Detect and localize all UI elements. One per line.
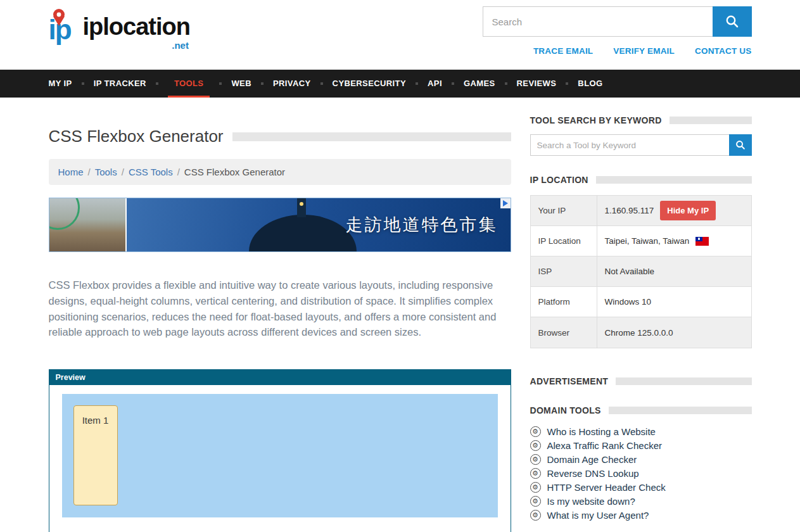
adchoices-icon[interactable]	[500, 198, 511, 208]
list-item-reverse-dns[interactable]: ⚙ Reverse DNS Lookup	[530, 466, 752, 480]
ad-headline: 走訪地道特色市集	[346, 213, 498, 236]
heading-decoration-bar	[596, 176, 752, 184]
nav-item-cybersecurity[interactable]: CYBERSECURITY	[333, 70, 406, 98]
tool-search-input[interactable]	[530, 134, 729, 156]
table-row: Browser Chrome 125.0.0.0	[531, 317, 751, 348]
logo-pin-icon: ip	[49, 8, 82, 47]
list-item-http-header[interactable]: ⚙ HTTP Server Header Check	[530, 480, 752, 494]
hide-my-ip-button[interactable]: Hide My IP	[660, 201, 716, 220]
ad-photo-left	[49, 198, 127, 251]
domain-tool-link[interactable]: What is my User Agent?	[547, 510, 649, 521]
nav-item-privacy[interactable]: PRIVACY	[273, 70, 311, 98]
tool-search	[530, 134, 752, 156]
gear-icon: ⚙	[530, 468, 541, 479]
header-quick-links: TRACE EMAIL VERIFY EMAIL CONTACT US	[533, 46, 752, 56]
nav-item-games[interactable]: GAMES	[464, 70, 495, 98]
heading-decoration-bar	[616, 377, 751, 385]
tool-search-heading: TOOL SEARCH BY KEYWORD	[530, 115, 662, 125]
ip-info-table: Your IP 1.160.95.117 Hide My IP IP Locat…	[530, 195, 752, 348]
ip-row-value: Chrome 125.0.0.0	[597, 317, 751, 348]
ip-location-heading: IP LOCATION	[530, 175, 588, 185]
domain-tool-link[interactable]: HTTP Server Header Check	[547, 482, 666, 493]
tool-description: CSS Flexbox provides a flexible and intu…	[49, 277, 511, 340]
main-column: CSS Flexbox Generator Home/Tools/CSS Too…	[49, 115, 511, 532]
tool-search-heading-row: TOOL SEARCH BY KEYWORD	[530, 115, 752, 125]
site-search-button[interactable]	[713, 6, 752, 37]
gear-icon: ⚙	[530, 496, 541, 507]
preview-panel-body: Item 1	[49, 385, 511, 532]
nav-item-my-ip[interactable]: MY IP	[49, 70, 72, 98]
domain-tool-link[interactable]: Reverse DNS Lookup	[547, 468, 639, 479]
nav-item-ip-tracker[interactable]: IP TRACKER	[94, 70, 146, 98]
nav-separator	[452, 82, 454, 85]
ad-decorative-arc	[49, 198, 80, 230]
logo-suffix: .net	[172, 40, 189, 51]
advertisement-heading-row: ADVERTISEMENT	[530, 376, 752, 386]
heading-decoration-bar	[670, 117, 752, 124]
domain-tool-link[interactable]: Who is Hosting a Website	[547, 426, 656, 437]
ad-banner[interactable]: 走訪地道特色市集	[49, 198, 511, 252]
nav-item-reviews[interactable]: REVIEWS	[517, 70, 557, 98]
breadcrumb-separator: /	[177, 167, 180, 177]
flexbox-preview-item: Item 1	[73, 405, 118, 505]
tool-search-button[interactable]	[729, 134, 752, 156]
breadcrumb-current: CSS Flexbox Generator	[184, 167, 285, 177]
domain-tool-link[interactable]: Domain Age Checker	[547, 454, 637, 465]
sidebar: TOOL SEARCH BY KEYWORD IP LOCATION Your …	[530, 115, 752, 532]
breadcrumb: Home/Tools/CSS Tools/CSS Flexbox Generat…	[49, 159, 511, 185]
site-search-input[interactable]	[483, 6, 713, 37]
nav-item-api[interactable]: API	[428, 70, 442, 98]
ip-row-value: 1.160.95.117 Hide My IP	[597, 196, 751, 225]
nav-separator	[566, 82, 568, 85]
domain-tools-list: ⚙ Who is Hosting a Website ⚙ Alexa Traff…	[530, 424, 752, 522]
heading-decoration-bar	[609, 407, 752, 414]
breadcrumb-separator: /	[122, 167, 124, 177]
gear-icon: ⚙	[530, 510, 541, 521]
platform-value: Windows 10	[605, 297, 652, 307]
preview-panel: Preview Item 1	[49, 369, 511, 532]
domain-tool-link[interactable]: Is my website down?	[547, 496, 635, 507]
logo-wordmark: iplocation .net	[83, 13, 190, 47]
list-item-who-is-hosting[interactable]: ⚙ Who is Hosting a Website	[530, 424, 752, 438]
list-item-website-down[interactable]: ⚙ Is my website down?	[530, 494, 752, 508]
gear-icon: ⚙	[530, 440, 541, 451]
building-silhouette-icon	[249, 215, 357, 251]
table-row: IP Location Taipei, Taiwan, Taiwan	[531, 226, 751, 256]
domain-tools-heading: DOMAIN TOOLS	[530, 405, 601, 415]
ad-photo-right: 走訪地道特色市集	[127, 198, 511, 251]
page-content: CSS Flexbox Generator Home/Tools/CSS Too…	[49, 98, 752, 532]
breadcrumb-tools[interactable]: Tools	[95, 167, 117, 177]
site-header: ip iplocation .net	[0, 0, 800, 70]
contact-us-link[interactable]: CONTACT US	[695, 46, 752, 56]
breadcrumb-home[interactable]: Home	[58, 167, 84, 177]
nav-item-web[interactable]: WEB	[231, 70, 251, 98]
ip-row-label: Platform	[531, 287, 597, 317]
list-item-user-agent[interactable]: ⚙ What is my User Agent?	[530, 508, 752, 522]
nav-separator	[505, 82, 507, 85]
search-icon	[725, 15, 739, 28]
site-search	[483, 6, 752, 37]
verify-email-link[interactable]: VERIFY EMAIL	[613, 46, 675, 56]
nav-item-blog[interactable]: BLOG	[578, 70, 602, 98]
list-item-domain-age[interactable]: ⚙ Domain Age Checker	[530, 452, 752, 466]
advertisement-heading: ADVERTISEMENT	[530, 376, 609, 386]
nav-item-tools[interactable]: TOOLS	[168, 70, 210, 98]
ip-row-label: ISP	[531, 256, 597, 286]
table-row: Platform Windows 10	[531, 287, 751, 317]
table-row: Your IP 1.160.95.117 Hide My IP	[531, 196, 751, 226]
ip-location-heading-row: IP LOCATION	[530, 175, 752, 185]
preview-panel-header: Preview	[49, 370, 511, 385]
flexbox-preview-container: Item 1	[62, 394, 498, 517]
domain-tool-link[interactable]: Alexa Traffic Rank Checker	[547, 440, 662, 451]
trace-email-link[interactable]: TRACE EMAIL	[533, 46, 593, 56]
breadcrumb-css-tools[interactable]: CSS Tools	[129, 167, 173, 177]
list-item-alexa-rank[interactable]: ⚙ Alexa Traffic Rank Checker	[530, 438, 752, 452]
ip-row-value: Not Available	[597, 256, 751, 286]
logo-text: iplocation	[83, 13, 190, 40]
site-logo[interactable]: ip iplocation .net	[49, 5, 190, 47]
nav-separator	[156, 82, 158, 85]
table-row: ISP Not Available	[531, 256, 751, 287]
isp-value: Not Available	[605, 267, 655, 276]
nav-separator	[416, 82, 418, 85]
ip-row-label: Your IP	[531, 196, 597, 225]
